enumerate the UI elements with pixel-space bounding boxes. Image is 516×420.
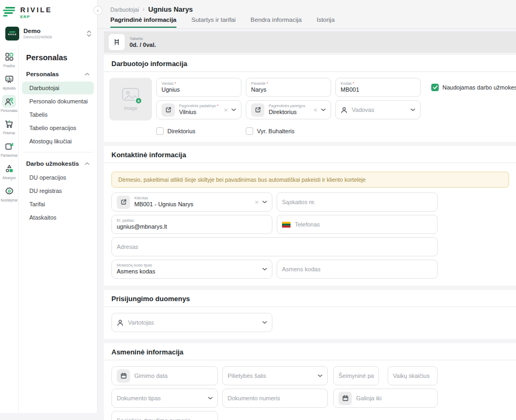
sidebar-item-personalo-dokumentai[interactable]: Personalo dokumentai: [22, 95, 94, 108]
naudojamas-label: Naudojamas darbo užmokestyje: [442, 84, 516, 91]
el-pastas-field[interactable]: El. paštas ugnius@mbnarys.lt: [111, 215, 272, 234]
tab-pagrindine-informacija[interactable]: Pagrindinė informacija: [110, 17, 176, 28]
app-window: RIVILE ERP RIVILE Demo Demo20240906: [0, 0, 516, 420]
direktorius-checkbox-row: Direktorius: [156, 127, 246, 135]
rail-item-pirkimai[interactable]: Pirkimai: [2, 117, 16, 135]
chevron-down-icon[interactable]: [208, 397, 213, 400]
rail-label: Pardavimai: [1, 154, 18, 157]
vadovas-select[interactable]: Vadovas: [335, 100, 421, 119]
tab-istorija[interactable]: Istorija: [317, 17, 335, 28]
dokumento-tipas-select[interactable]: Dokumento tipas: [111, 389, 218, 408]
el-pastas-value: ugnius@mbnarys.lt: [117, 223, 267, 230]
padalinys-field[interactable]: Pagrindinis padalinys * Vilnius ✕: [156, 100, 241, 119]
tabelis-icon[interactable]: [109, 34, 125, 50]
pilietybes-salis-select[interactable]: Pilietybės šalis: [222, 366, 328, 385]
calendar-icon[interactable]: [117, 369, 130, 383]
sidebar-collapse-button[interactable]: ‹: [93, 6, 102, 15]
content-scroll-area[interactable]: Darbuotojo informacija Image +: [104, 55, 516, 420]
main-area: Darbuotojai › Ugnius Narys Pagrindinė in…: [98, 0, 516, 420]
pilietybe-placeholder: Pilietybės šalis: [228, 373, 318, 379]
vartotojas-select[interactable]: Vartotojas: [111, 313, 272, 332]
breadcrumb-separator: ›: [143, 6, 144, 12]
chevron-down-icon[interactable]: [321, 108, 326, 111]
breadcrumb-parent[interactable]: Darbuotojai: [110, 6, 139, 13]
rail-item-pardavimai[interactable]: Pardavimai: [1, 140, 18, 157]
clear-icon[interactable]: ✕: [255, 199, 259, 205]
vaiku-skaicius-input[interactable]: Vaikų skaičius: [388, 366, 438, 385]
brand-logo[interactable]: RIVILE ERP: [0, 0, 97, 22]
rail-item-personalas[interactable]: Personalas: [1, 95, 18, 112]
vyr-buhalteris-label: Vyr. Buhalteris: [257, 128, 295, 134]
vardas-value: Ugnius: [162, 86, 236, 93]
vardas-field[interactable]: Vardas * Ugnius: [156, 78, 241, 97]
external-link-icon[interactable]: [162, 103, 175, 117]
galioja-iki-placeholder: Galioja iki: [356, 395, 432, 401]
pareigos-field[interactable]: Pagrindinės pareigos Direktorius ✕: [246, 100, 331, 119]
direktorius-checkbox[interactable]: [156, 127, 164, 135]
soc-draudimo-placeholder: Socialinio draudimo numeris: [117, 417, 213, 420]
naudojamas-checkbox[interactable]: [431, 84, 439, 91]
chevron-down-icon[interactable]: [262, 268, 267, 271]
telefonas-input[interactable]: Telefonas: [277, 215, 438, 234]
rail-item-apskaita[interactable]: Apskaita: [2, 72, 16, 90]
clear-icon[interactable]: ✕: [313, 107, 318, 113]
calendar-icon[interactable]: [338, 392, 352, 405]
required-asterisk: *: [175, 81, 176, 86]
mokesciu-kodo-tipas-select[interactable]: Mokesčių kodo tipas Asmens kodas: [111, 260, 272, 279]
rail-label: Apskaita: [3, 86, 15, 90]
dokumento-numeris-input[interactable]: Dokumento numeris: [222, 389, 328, 408]
lithuania-flag-icon[interactable]: [282, 222, 291, 228]
required-asterisk: *: [267, 81, 268, 86]
sidebar-item-tarifai[interactable]: Tarifai: [22, 198, 94, 211]
sidebar-item-atostogu-likuciai[interactable]: Atostogų likučiai: [22, 135, 94, 148]
rail-item-atsargos[interactable]: Atsargos: [2, 162, 16, 180]
chevron-down-icon[interactable]: [318, 374, 322, 377]
sidebar-item-du-registras[interactable]: DU registras: [22, 184, 94, 197]
chevron-down-icon[interactable]: [410, 108, 415, 111]
gimimo-data-input[interactable]: Gimimo data: [111, 366, 218, 385]
section-personal-info: Asmeninė informacija Gimimo data: [104, 343, 516, 420]
clear-icon[interactable]: ✕: [224, 107, 228, 113]
workspace-switch-icon[interactable]: [86, 30, 92, 37]
sidebar-item-ataskaitos[interactable]: Ataskaitos: [22, 211, 94, 224]
seimynine-padetis-input[interactable]: Šeimyninė padėtis: [333, 366, 379, 385]
vyr-buhalteris-checkbox[interactable]: [246, 127, 253, 135]
rail-item-pradzia[interactable]: Pradžia: [2, 50, 16, 68]
menu-section-personalas[interactable]: Personalas: [22, 67, 94, 81]
sidebar-item-tabelis[interactable]: Tabelis: [22, 108, 94, 121]
asmens-kodas-placeholder: Asmens kodas: [282, 266, 432, 272]
pavarde-field[interactable]: Pavardė * Narys: [246, 78, 331, 97]
chevron-down-icon[interactable]: [262, 321, 267, 324]
saskaitos-nr-input[interactable]: Sąskaitos nr.: [277, 192, 438, 212]
vadovas-placeholder: Vadovas: [352, 107, 410, 113]
adresas-input[interactable]: Adresas: [111, 237, 438, 256]
employee-photo-upload[interactable]: Image +: [109, 78, 152, 120]
klientas-value: MB001 - Ugnius Narys: [134, 201, 253, 208]
tab-sutartys-ir-tarifai[interactable]: Sutartys ir tarifai: [191, 17, 236, 28]
klientas-field[interactable]: Klientas MB001 - Ugnius Narys ✕: [111, 192, 272, 212]
pavarde-value: Narys: [251, 86, 326, 93]
sidebar-item-darbuotojai[interactable]: Darbuotojai: [22, 82, 94, 94]
kodas-field[interactable]: Kodas * MB001: [335, 78, 421, 97]
chevron-up-icon: [85, 162, 90, 165]
sidebar-item-tabelio-operacijos[interactable]: Tabelio operacijos: [22, 122, 94, 134]
chevron-down-icon[interactable]: [262, 200, 267, 204]
section-title: Prisijungimo duomenys: [104, 290, 516, 306]
image-label: Image: [124, 106, 137, 111]
workspace-selector[interactable]: RIVILE Demo Demo20240906: [0, 22, 97, 46]
external-link-icon[interactable]: [117, 196, 130, 209]
direktorius-label: Direktorius: [167, 128, 196, 134]
brand-product: ERP: [20, 14, 52, 19]
chevron-down-icon[interactable]: [231, 108, 236, 111]
rail-item-nustatymai[interactable]: Nustatymai: [1, 184, 18, 202]
soc-draudimo-input[interactable]: Socialinio draudimo numeris: [111, 411, 218, 420]
external-link-icon[interactable]: [251, 103, 264, 117]
add-photo-icon[interactable]: +: [135, 97, 142, 104]
rail-label: Pirkimai: [3, 131, 15, 135]
asmens-kodas-input[interactable]: Asmens kodas: [277, 260, 438, 279]
galioja-iki-input[interactable]: Galioja iki: [333, 389, 438, 408]
menu-section-darbo-uzmokestis[interactable]: Darbo užmokestis: [22, 157, 94, 171]
tab-bendra-informacija[interactable]: Bendra informacija: [251, 17, 302, 28]
vartotojas-placeholder: Vartotojas: [128, 319, 262, 326]
sidebar-item-du-operacijos[interactable]: DU operacijos: [22, 171, 94, 184]
